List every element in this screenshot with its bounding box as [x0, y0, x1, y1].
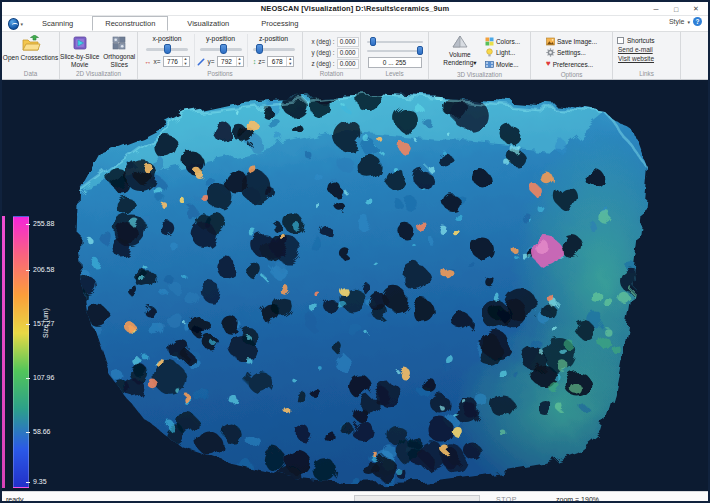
chevron-down-icon: ▾	[687, 19, 690, 25]
tab-scanning[interactable]: Scanning	[29, 16, 86, 31]
group-label-options: Options	[531, 70, 612, 80]
heart-icon: ♥	[546, 60, 551, 68]
y-prefix: y=	[207, 58, 214, 65]
colorbar-tick: 9.35	[33, 478, 73, 485]
tab-row-right: Style ▾ ?	[669, 17, 702, 26]
orthogonal-slices-button[interactable]: Orthogonal Slices	[101, 34, 137, 69]
movie-button[interactable]: Movie...	[483, 59, 522, 70]
z-position-control: z-position ↕ z= 678 ▲▼	[247, 34, 300, 67]
spinner-arrows-icon[interactable]: ▲▼	[182, 57, 189, 66]
ribbon-group-2d-visualization: Slice-by-Slice Movie Orthogonal Slices 2…	[60, 32, 138, 79]
save-image-button[interactable]: Save Image...	[544, 36, 599, 47]
visit-website-link[interactable]: Visit website	[617, 55, 680, 62]
colorbar-tick: 107.96	[33, 374, 73, 381]
tab-processing[interactable]: Processing	[248, 16, 311, 31]
levels-max-slider[interactable]	[367, 46, 423, 55]
colors-palette-icon	[485, 37, 494, 46]
status-bar: ready STOP zoom = 190%	[2, 491, 708, 503]
ribbon-group-positions: x-position ↔ x= 776 ▲▼ y-position	[138, 32, 303, 79]
slice-movie-icon	[71, 35, 89, 52]
ribbon-empty-space	[681, 32, 708, 79]
application-window: NEOSCAN [Visualization] D:\Results\ceram…	[0, 0, 710, 503]
rotation-z-field[interactable]: 0.000	[337, 59, 359, 69]
ribbon: Open Crossections Data Slice-by-Slice Mo…	[2, 32, 708, 80]
y-position-label: y-position	[206, 35, 235, 42]
shortcuts-checkbox[interactable]	[617, 37, 624, 44]
ribbon-group-levels: 0 ... 255 Levels	[361, 32, 429, 79]
left-edge-strip	[2, 216, 5, 488]
spinner-arrows-icon[interactable]: ▲▼	[236, 57, 243, 66]
x-position-control: x-position ↔ x= 776 ▲▼	[141, 34, 194, 67]
slice-by-slice-movie-button[interactable]: Slice-by-Slice Movie	[60, 34, 99, 69]
z-position-label: z-position	[259, 35, 288, 42]
send-email-link[interactable]: Send e-mail	[617, 46, 680, 53]
colorbar	[13, 216, 29, 488]
app-menu-button[interactable]: ▾	[8, 17, 23, 30]
tab-visualization[interactable]: Visualization	[174, 16, 242, 31]
app-logo-icon	[8, 18, 19, 30]
window-title: NEOSCAN [Visualization] D:\Results\ceram…	[261, 4, 449, 13]
chevron-down-icon: ▾	[473, 59, 476, 66]
chevron-down-icon: ▾	[20, 21, 23, 27]
colorbar-tick: 206.58	[33, 266, 73, 273]
y-position-control: y-position y= 792 ▲▼	[194, 34, 247, 67]
light-label: Light...	[496, 49, 516, 56]
z-position-spinner[interactable]: 678 ▲▼	[267, 56, 294, 67]
spinner-arrows-icon[interactable]: ▲▼	[286, 57, 293, 66]
open-crossections-button[interactable]: Open Crossections	[2, 34, 59, 62]
help-icon[interactable]: ?	[693, 17, 702, 26]
tab-reconstruction[interactable]: Reconstruction	[92, 16, 168, 31]
x-position-slider[interactable]	[146, 44, 188, 54]
levels-range-field[interactable]: 0 ... 255	[368, 57, 422, 68]
gear-icon	[546, 48, 555, 57]
orthogonal-slices-icon	[110, 35, 128, 52]
light-button[interactable]: Light...	[483, 48, 522, 59]
x-axis-icon: ↔	[144, 58, 151, 65]
x-position-label: x-position	[152, 35, 181, 42]
close-button[interactable]: ✕	[686, 2, 706, 16]
style-dropdown[interactable]: Style	[669, 18, 685, 25]
render-viewport[interactable]: 255.88 206.58 157.27 107.96 58.66 9.35 S…	[2, 80, 708, 491]
settings-button[interactable]: Settings...	[544, 48, 599, 59]
preferences-button[interactable]: ♥ Preferences...	[544, 59, 599, 70]
z-position-slider[interactable]	[253, 44, 295, 54]
slice-movie-label: Slice-by-Slice Movie	[60, 53, 99, 69]
film-icon	[485, 60, 494, 69]
rotation-x-field[interactable]: 0.000	[337, 37, 359, 47]
colorbar-tick: 255.88	[33, 220, 73, 227]
open-folder-icon	[21, 35, 41, 53]
y-position-slider[interactable]	[200, 44, 242, 54]
ribbon-group-rotation: x (deg) : 0.000 y (deg) : 0.000 z (deg) …	[303, 32, 361, 79]
y-position-spinner[interactable]: 792 ▲▼	[217, 56, 244, 67]
x-position-value: 776	[164, 58, 182, 65]
ribbon-group-links: Shortcuts Send e-mail Visit website Link…	[613, 32, 681, 79]
volume-rendering-button[interactable]: Volume Rendering▾	[437, 34, 483, 67]
x-position-spinner[interactable]: 776 ▲▼	[163, 56, 190, 67]
z-prefix: z=	[258, 58, 265, 65]
shortcuts-checkbox-row: Shortcuts	[617, 37, 680, 44]
y-position-value: 792	[218, 58, 236, 65]
levels-min-slider[interactable]	[367, 37, 423, 46]
preferences-label: Preferences...	[553, 61, 593, 68]
rotation-y-field[interactable]: 0.000	[337, 48, 359, 58]
z-axis-icon: ↕	[253, 58, 257, 65]
stop-button[interactable]: STOP	[496, 496, 517, 503]
ribbon-tab-row: ▾ Scanning Reconstruction Visualization …	[2, 16, 708, 32]
group-label-data: Data	[2, 69, 59, 79]
shortcuts-label: Shortcuts	[627, 37, 654, 44]
colors-button[interactable]: Colors...	[483, 36, 522, 47]
ribbon-group-data: Open Crossections Data	[2, 32, 60, 79]
group-label-links: Links	[613, 69, 680, 79]
ribbon-group-3d-visualization: Volume Rendering▾ Colors...	[429, 32, 531, 79]
minimize-button[interactable]: ─	[646, 2, 666, 16]
movie-label: Movie...	[496, 61, 519, 68]
open-crossections-label: Open Crossections	[3, 54, 58, 62]
y-axis-icon	[197, 58, 205, 66]
save-image-icon	[546, 37, 555, 46]
group-label-levels: Levels	[361, 69, 428, 79]
group-label-rotation: Rotation	[303, 69, 360, 79]
orthogonal-slices-label: Orthogonal Slices	[101, 53, 137, 69]
maximize-button[interactable]: □	[666, 2, 686, 16]
ribbon-group-options: Save Image... Settings...	[531, 32, 613, 79]
z-position-value: 678	[268, 58, 286, 65]
